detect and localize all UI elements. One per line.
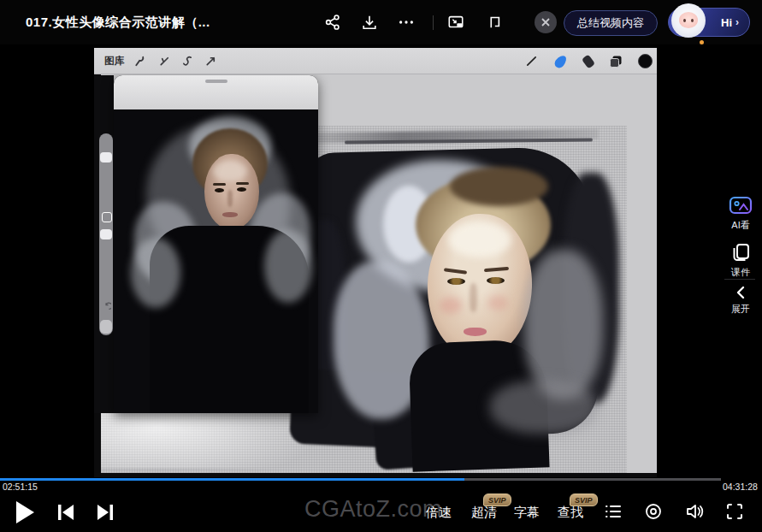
find-button[interactable]: 查找 bbox=[558, 505, 583, 521]
video-frame[interactable]: 图库 bbox=[94, 48, 657, 477]
painted-hair bbox=[416, 177, 551, 273]
ai-camera-icon bbox=[729, 195, 753, 216]
ai-assistant-button[interactable]: Hi › bbox=[668, 8, 750, 37]
picture-in-picture-icon[interactable] bbox=[446, 12, 466, 33]
chevron-right-icon: › bbox=[735, 16, 739, 28]
reference-photo bbox=[114, 109, 318, 413]
gallery-button: 图库 bbox=[104, 55, 124, 68]
speed-button[interactable]: 倍速 bbox=[426, 505, 452, 521]
adjustments-icon bbox=[157, 54, 172, 68]
courseware-label: 课件 bbox=[731, 266, 750, 279]
undo-icon bbox=[101, 301, 111, 313]
assistant-avatar bbox=[671, 3, 706, 38]
assistant-sparkle bbox=[700, 40, 704, 44]
color-swatch bbox=[638, 54, 653, 68]
transform-icon bbox=[204, 54, 218, 68]
reference-window-titlebar bbox=[114, 75, 318, 109]
painted-face bbox=[425, 212, 535, 359]
page: { "colors": { "accent_blue": "#1e86ee", … bbox=[0, 0, 762, 532]
assistant-hi-label: Hi bbox=[721, 16, 732, 29]
quality-button[interactable]: 超清 bbox=[471, 505, 497, 521]
volume-icon[interactable] bbox=[683, 501, 706, 522]
current-time: 02:51:15 bbox=[3, 482, 38, 492]
reference-window bbox=[114, 75, 318, 413]
summarize-video-label: 总结视频内容 bbox=[577, 15, 644, 31]
procreate-sidebar bbox=[99, 133, 113, 335]
title-bar: 017.女性头像综合示范讲解（... 总结视频内容 bbox=[0, 0, 762, 44]
ai-watch-label: AI看 bbox=[731, 219, 749, 232]
brush-opacity-slider bbox=[100, 229, 112, 239]
download-icon[interactable] bbox=[359, 12, 380, 33]
subtitles-button[interactable]: 字幕 bbox=[514, 505, 540, 521]
mini-window-icon[interactable] bbox=[483, 12, 504, 33]
toolbar-separator bbox=[433, 15, 434, 30]
painted-veil bbox=[356, 160, 531, 293]
previous-button[interactable] bbox=[55, 503, 77, 522]
close-icon[interactable] bbox=[535, 11, 557, 33]
chevron-left-icon bbox=[735, 286, 747, 299]
progress-bar[interactable] bbox=[0, 478, 721, 481]
brush-icon bbox=[524, 54, 539, 68]
sidebar-item-expand[interactable]: 展开 bbox=[721, 286, 760, 316]
drag-handle bbox=[205, 80, 227, 83]
total-time: 04:31:28 bbox=[723, 482, 758, 492]
expand-label: 展开 bbox=[731, 303, 750, 316]
rail-divider bbox=[724, 279, 755, 280]
next-button[interactable] bbox=[94, 503, 116, 522]
progress-fill bbox=[0, 478, 464, 481]
video-title: 017.女性头像综合示范讲解（... bbox=[26, 15, 210, 31]
smudge-icon-active bbox=[553, 54, 568, 68]
brush-size-slider bbox=[100, 152, 112, 163]
watermark: CGAtoZ.com bbox=[304, 496, 442, 523]
fullscreen-icon[interactable] bbox=[724, 501, 745, 522]
more-icon[interactable] bbox=[396, 12, 416, 33]
procreate-toolbar: 图库 bbox=[94, 48, 657, 74]
layers-icon bbox=[608, 54, 623, 68]
reference-face bbox=[204, 154, 259, 229]
painted-lips bbox=[464, 328, 487, 336]
painted-clothing bbox=[408, 339, 549, 471]
share-icon[interactable] bbox=[322, 12, 343, 33]
sidebar-item-ai-watch[interactable]: AI看 bbox=[721, 195, 760, 232]
reference-hair bbox=[192, 128, 268, 198]
eraser-icon bbox=[581, 54, 595, 68]
playlist-icon[interactable] bbox=[603, 501, 623, 522]
play-button[interactable] bbox=[12, 499, 38, 526]
sidebar-item-courseware[interactable]: 课件 bbox=[721, 242, 760, 279]
record-icon[interactable] bbox=[643, 501, 664, 522]
modify-button bbox=[102, 212, 112, 222]
selection-icon bbox=[180, 54, 195, 68]
actions-wrench-icon bbox=[132, 54, 146, 68]
courseware-icon bbox=[730, 242, 751, 263]
summarize-video-button[interactable]: 总结视频内容 bbox=[564, 10, 658, 36]
reference-clothing bbox=[150, 226, 309, 413]
